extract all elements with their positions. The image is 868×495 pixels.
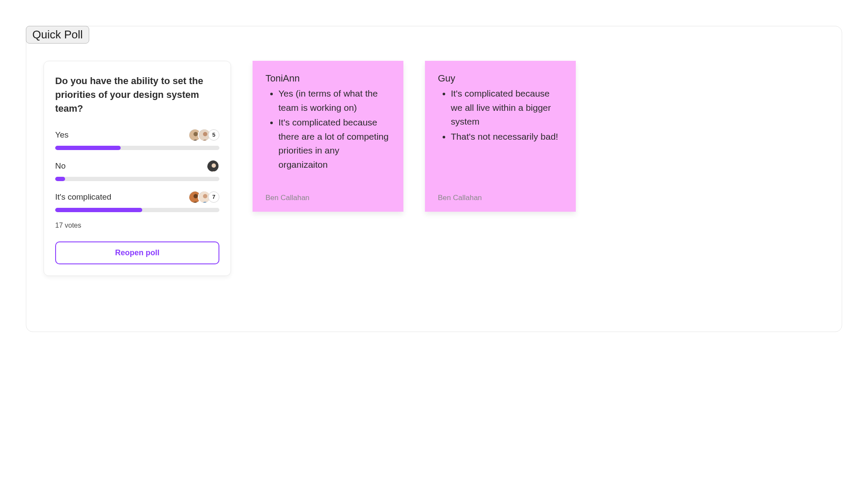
option-count-badge: 5 <box>208 129 219 141</box>
vote-total: 17 votes <box>55 222 219 229</box>
option-bar <box>55 177 219 181</box>
sticky-bullet: That's not necessarily bad! <box>451 130 563 144</box>
svg-point-5 <box>212 163 216 168</box>
sticky-list: Yes (in terms of what the team is workin… <box>265 87 390 185</box>
option-bar <box>55 146 219 150</box>
avatar <box>206 160 219 172</box>
sticky-list: It's complicated because we all live wit… <box>438 87 563 185</box>
option-bar-fill <box>55 146 121 150</box>
option-label: No <box>55 161 66 171</box>
poll-option[interactable]: It's complicated 7 <box>55 191 219 212</box>
poll-option[interactable]: Yes 5 <box>55 128 219 150</box>
svg-point-1 <box>194 132 198 136</box>
option-label: It's complicated <box>55 192 111 202</box>
option-avatars <box>206 160 219 172</box>
sticky-note[interactable]: ToniAnn Yes (in terms of what the team i… <box>253 61 403 212</box>
canvas-frame: Quick Poll Do you have the ability to se… <box>26 26 842 332</box>
sticky-note[interactable]: Guy It's complicated because we all live… <box>425 61 576 212</box>
option-avatars: 5 <box>188 128 219 141</box>
svg-point-9 <box>203 194 207 198</box>
option-avatars: 7 <box>188 191 219 204</box>
option-bar-fill <box>55 208 142 212</box>
sticky-title: ToniAnn <box>265 73 390 84</box>
sticky-bullet: It's complicated because there are a lot… <box>278 116 390 172</box>
sticky-author: Ben Callahan <box>438 194 563 202</box>
sticky-bullet: It's complicated because we all live wit… <box>451 87 563 129</box>
svg-point-3 <box>203 132 207 136</box>
poll-card: Do you have the ability to set the prior… <box>44 61 231 276</box>
sticky-title: Guy <box>438 73 563 84</box>
sticky-bullet: Yes (in terms of what the team is workin… <box>278 87 390 115</box>
option-count-badge: 7 <box>208 191 219 203</box>
svg-point-7 <box>194 194 198 198</box>
option-bar-fill <box>55 177 65 181</box>
canvas-label[interactable]: Quick Poll <box>26 26 89 44</box>
poll-question: Do you have the ability to set the prior… <box>55 74 219 116</box>
option-bar <box>55 208 219 212</box>
poll-option[interactable]: No <box>55 160 219 181</box>
sticky-author: Ben Callahan <box>265 194 390 202</box>
content-row: Do you have the ability to set the prior… <box>44 61 824 276</box>
option-label: Yes <box>55 130 69 140</box>
reopen-poll-button[interactable]: Reopen poll <box>55 241 219 264</box>
